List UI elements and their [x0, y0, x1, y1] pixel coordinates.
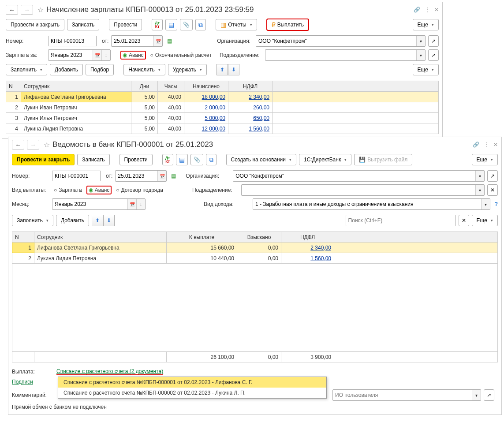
more-button[interactable]: Еще [413, 64, 439, 75]
pick-button[interactable]: Подбор [86, 64, 114, 75]
col-collected[interactable]: Взыскано [237, 232, 281, 243]
move-down-button[interactable]: ⬇ [228, 64, 239, 75]
popup-item[interactable]: Списание с расчетного счета №КПБП-000001… [58, 377, 326, 388]
post-and-close-button[interactable]: Провести и закрыть [12, 154, 75, 165]
duplicate-icon-button[interactable]: ⧉ [195, 19, 206, 30]
table-row[interactable]: 1 Лифанова Светлана Григорьевна 5,00 40,… [6, 92, 439, 102]
directbank-button[interactable]: 1С:ДиректБанк [299, 154, 351, 165]
search-input[interactable] [346, 215, 455, 226]
post-button[interactable]: Провести [109, 19, 142, 30]
calendar-icon[interactable]: 📅 [157, 171, 166, 181]
org-input[interactable] [233, 171, 475, 181]
contract-radio[interactable]: ○ Договор подряда [114, 186, 165, 194]
col-pay[interactable]: К выплате [167, 232, 237, 243]
open-dept-button[interactable]: ↗ [428, 49, 439, 61]
dropdown-icon[interactable]: ▾ [475, 171, 484, 181]
month-input[interactable] [52, 199, 127, 209]
back-button[interactable]: ← [6, 5, 18, 15]
withhold-button[interactable]: Удержать [168, 64, 207, 75]
table-row[interactable]: 1 Лифанова Светлана Григорьевна 15 660,0… [12, 243, 498, 253]
create-based-on-button[interactable]: Создать на основании [226, 154, 297, 165]
date-input[interactable] [112, 36, 153, 46]
status-icon[interactable]: ▤ [171, 173, 176, 179]
advance-radio[interactable]: ◉ Аванс [120, 51, 146, 60]
cell-ndfl[interactable]: 1 560,00 [281, 253, 334, 264]
dropdown-icon[interactable]: ▾ [481, 199, 490, 209]
list-icon-button[interactable]: ▤ [176, 154, 188, 165]
close-icon[interactable]: ✕ [434, 7, 439, 13]
cell-ndfl[interactable]: 650,00 [228, 113, 273, 123]
col-n[interactable]: N [6, 81, 21, 92]
attach-icon-button[interactable]: 📎 [180, 19, 193, 30]
forward-button[interactable]: → [21, 5, 33, 15]
col-hours[interactable]: Часы [158, 81, 184, 92]
pay-button[interactable]: ₽ Выплатить [267, 19, 309, 30]
dtkt-button[interactable]: ДтКт [152, 19, 163, 30]
forward-button[interactable]: → [27, 140, 39, 149]
col-n[interactable]: N [12, 232, 34, 243]
reports-button[interactable]: ▥ Отчеты [216, 19, 257, 30]
final-radio[interactable]: ○ Окончательный расчет [149, 51, 213, 59]
dept-input[interactable] [242, 185, 475, 195]
link-icon[interactable]: 🔗 [473, 142, 479, 148]
accrue-button[interactable]: Начислить [123, 64, 165, 75]
date-input[interactable] [116, 171, 157, 181]
cell-accrued[interactable]: 12 000,00 [184, 123, 228, 134]
post-button[interactable]: Провести [119, 154, 153, 165]
move-up-button[interactable]: ⬆ [217, 64, 228, 75]
cell-accrued[interactable]: 18 000,00 [184, 92, 228, 102]
back-button[interactable]: ← [12, 140, 24, 149]
dropdown-icon[interactable]: ▾ [472, 390, 481, 400]
link-icon[interactable]: 🔗 [414, 7, 420, 13]
fill-button[interactable]: Заполнить [6, 64, 47, 75]
signatures-link[interactable]: Подписи [12, 379, 33, 385]
clear-dept-button[interactable]: ✕ [487, 184, 498, 196]
popup-item[interactable]: Списание с расчетного счета №КПБП-000002… [58, 388, 326, 398]
table-row[interactable]: 4 Лукина Лидия Петровна 5,00 40,00 12 00… [6, 123, 439, 134]
favorite-star-icon[interactable]: ☆ [44, 141, 50, 149]
duplicate-icon-button[interactable]: ⧉ [206, 154, 217, 165]
post-and-close-button[interactable]: Провести и закрыть [6, 19, 64, 30]
calendar-icon[interactable]: 📅 [93, 50, 101, 60]
add-button[interactable]: Добавить [50, 64, 83, 75]
close-icon[interactable]: ✕ [493, 142, 498, 148]
calendar-icon[interactable]: 📅 [127, 199, 136, 209]
table-row[interactable]: 2 Лукина Лидия Петровна 10 440,00 0,00 1… [12, 253, 498, 264]
cell-ndfl[interactable]: 260,00 [228, 102, 273, 113]
write-button[interactable]: Записать [77, 154, 109, 165]
dept-input[interactable] [265, 50, 416, 60]
clear-search-button[interactable]: ✕ [459, 215, 469, 226]
cell-ndfl[interactable]: 1 560,00 [228, 123, 273, 134]
kebab-icon[interactable]: ⋮ [484, 142, 489, 148]
more-button[interactable]: Еще [472, 154, 498, 165]
export-file-button[interactable]: 💾 Выгрузить файл [354, 154, 412, 165]
open-org-button[interactable]: ↗ [428, 35, 439, 47]
attach-icon-button[interactable]: 📎 [190, 154, 203, 165]
advance-radio[interactable]: ◉ Аванс [86, 186, 112, 194]
favorite-star-icon[interactable]: ☆ [37, 6, 44, 14]
write-button[interactable]: Записать [67, 19, 99, 30]
calendar-icon[interactable]: 📅 [153, 36, 162, 46]
col-ndfl[interactable]: НДФЛ [281, 232, 334, 243]
cell-accrued[interactable]: 2 000,00 [184, 102, 228, 113]
help-icon[interactable]: ? [495, 201, 498, 207]
income-input[interactable] [253, 199, 481, 209]
more-button[interactable]: Еще [413, 19, 439, 30]
stepper-icon[interactable]: ↕ [136, 199, 145, 209]
cell-ndfl[interactable]: 2 340,00 [281, 243, 334, 253]
dropdown-icon[interactable]: ▾ [475, 185, 484, 195]
table-row[interactable]: 2 Лукин Иван Петрович 5,00 40,00 2 000,0… [6, 102, 439, 113]
col-days[interactable]: Дни [131, 81, 158, 92]
dropdown-icon[interactable]: ▾ [416, 50, 425, 60]
col-employee[interactable]: Сотрудник [21, 81, 131, 92]
more-button[interactable]: Еще [472, 215, 498, 226]
fill-button[interactable]: Заполнить [12, 215, 53, 226]
number-input[interactable] [52, 171, 101, 181]
salary-period-input[interactable] [49, 50, 93, 60]
table-row[interactable]: 3 Лукин Илья Петрович 5,00 40,00 5 000,0… [6, 113, 439, 123]
number-input[interactable] [48, 36, 97, 46]
open-user-button[interactable]: ↗ [484, 389, 494, 401]
status-icon[interactable]: ▤ [167, 38, 172, 44]
add-button[interactable]: Добавить [56, 215, 89, 226]
org-input[interactable] [256, 36, 416, 46]
